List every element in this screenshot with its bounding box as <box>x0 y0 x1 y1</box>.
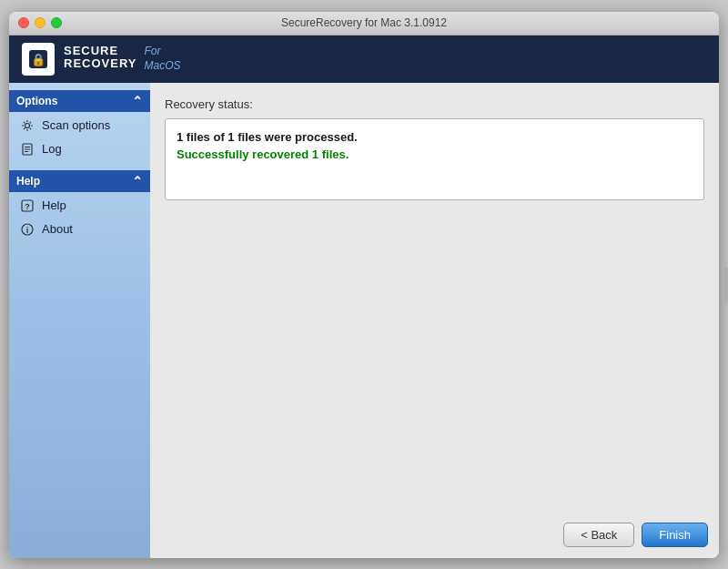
help-icon: ? <box>20 198 35 213</box>
recovery-status-label: Recovery status: <box>165 97 704 111</box>
svg-point-2 <box>25 123 30 127</box>
maximize-button[interactable] <box>51 17 62 28</box>
svg-text:i: i <box>26 225 29 234</box>
status-line-1: 1 files of 1 files were processed. <box>177 130 693 144</box>
finish-button[interactable]: Finish <box>642 523 708 547</box>
options-label: Options <box>16 95 57 107</box>
status-box: 1 files of 1 files were processed. Succe… <box>165 118 704 200</box>
log-icon <box>20 142 35 157</box>
traffic-lights <box>18 17 62 28</box>
about-label: About <box>42 222 73 236</box>
main-content: Recovery status: 1 files of 1 files were… <box>150 83 719 558</box>
info-icon: i <box>20 222 35 237</box>
app-body: Options ⌃ Scan options <box>9 83 719 558</box>
status-line-2: Successfully recovered 1 files. <box>177 147 693 161</box>
close-button[interactable] <box>18 17 29 28</box>
logo-icon: 🔒 <box>22 43 55 76</box>
sidebar-item-about[interactable]: i About <box>9 218 150 241</box>
scan-options-label: Scan options <box>42 118 110 132</box>
svg-text:?: ? <box>25 201 30 210</box>
help-label: Help <box>42 198 66 212</box>
sidebar-item-scan-options[interactable]: Scan options <box>9 114 150 137</box>
minimize-button[interactable] <box>35 17 46 28</box>
logo-secure: SECURE <box>64 45 136 57</box>
log-label: Log <box>42 142 62 156</box>
bottom-bar: < Back Finish <box>563 523 708 547</box>
logo-text: SECURE RECOVERY For MacOS <box>64 45 181 73</box>
logo-macos: MacOS <box>144 59 180 74</box>
back-button[interactable]: < Back <box>563 523 634 547</box>
svg-text:🔒: 🔒 <box>31 52 46 67</box>
options-collapse-icon[interactable]: ⌃ <box>132 94 143 108</box>
gear-icon <box>20 118 35 133</box>
help-section-label: Help <box>16 175 40 188</box>
main-window: SecureRecovery for Mac 3.1.0912 🔒 SECURE… <box>9 12 719 558</box>
logo-recovery: RECOVERY <box>64 57 136 70</box>
app-header: 🔒 SECURE RECOVERY For MacOS <box>9 36 719 83</box>
sidebar: Options ⌃ Scan options <box>9 83 150 558</box>
title-bar: SecureRecovery for Mac 3.1.0912 <box>9 12 719 36</box>
options-section-header[interactable]: Options ⌃ <box>9 90 150 112</box>
sidebar-item-log[interactable]: Log <box>9 137 150 161</box>
help-collapse-icon[interactable]: ⌃ <box>132 174 143 188</box>
sidebar-item-help[interactable]: ? Help <box>9 194 150 218</box>
help-section-header[interactable]: Help ⌃ <box>9 170 150 192</box>
window-title: SecureRecovery for Mac 3.1.0912 <box>281 16 447 29</box>
logo-for: For <box>144 45 180 59</box>
